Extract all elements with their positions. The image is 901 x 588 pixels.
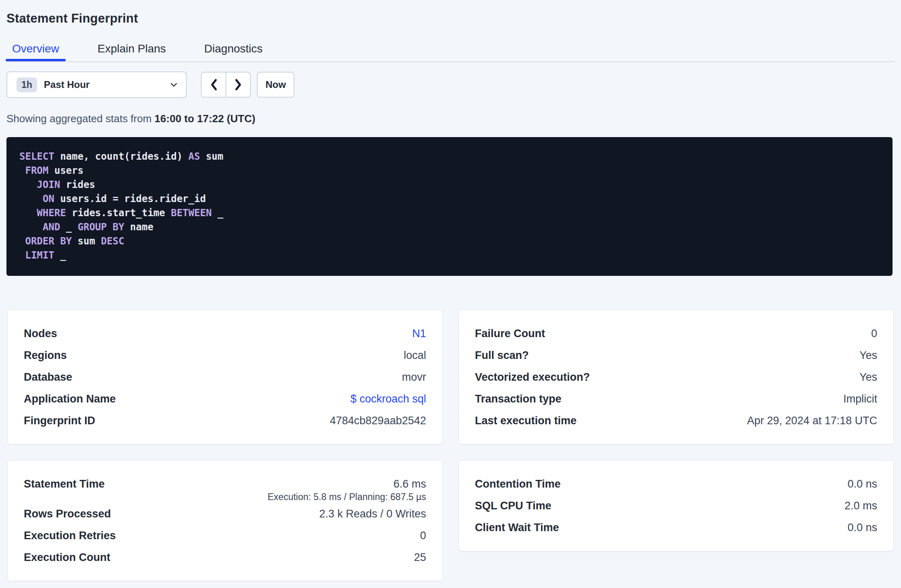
- stat-value-link[interactable]: $ cockroach sql: [350, 393, 426, 405]
- page-title: Statement Fingerprint: [6, 0, 895, 25]
- stat-subvalue: Execution: 5.8 ms / Planning: 687.5 µs: [24, 492, 426, 503]
- stats-prefix: Showing aggregated stats from: [6, 113, 152, 125]
- stat-label: Vectorized execution?: [475, 371, 590, 384]
- stat-value: 6.6 ms: [393, 478, 426, 490]
- stat-label: Transaction type: [475, 393, 562, 405]
- summary-cards: NodesN1RegionslocalDatabasemovrApplicati…: [6, 310, 895, 581]
- tab-overview[interactable]: Overview: [11, 43, 60, 61]
- stat-label: Contention Time: [475, 478, 561, 490]
- statement-details-card: NodesN1RegionslocalDatabasemovrApplicati…: [7, 310, 443, 444]
- stat-value: Apr 29, 2024 at 17:18 UTC: [747, 415, 877, 427]
- stat-row: Regionslocal: [24, 344, 426, 366]
- statement-times-card: Statement Time6.6 msExecution: 5.8 ms / …: [7, 460, 443, 581]
- stat-label: Database: [24, 371, 72, 384]
- stat-row: Vectorized execution?Yes: [475, 366, 878, 388]
- chevron-down-icon: [169, 80, 179, 90]
- stat-label: Rows Processed: [24, 508, 111, 520]
- stat-value: Yes: [859, 349, 877, 362]
- stat-row: NodesN1: [24, 323, 426, 344]
- stat-value: 25: [414, 551, 426, 564]
- next-interval-button[interactable]: [225, 73, 250, 97]
- stat-value: 0.0 ns: [847, 478, 877, 490]
- stat-row: Contention Time0.0 ns: [475, 473, 878, 495]
- stat-label: Execution Count: [24, 551, 111, 564]
- interval-label: Past Hour: [44, 79, 169, 90]
- stat-value: 0: [871, 327, 877, 340]
- stat-row: Application Name$ cockroach sql: [24, 388, 426, 410]
- stat-value: 0: [420, 530, 426, 542]
- now-button[interactable]: Now: [257, 72, 294, 98]
- stat-label: Application Name: [24, 393, 116, 405]
- stat-label: Execution Retries: [24, 530, 116, 542]
- interval-nav: [201, 72, 251, 98]
- stat-row: Execution Count25: [24, 546, 426, 568]
- stat-label: SQL CPU Time: [475, 500, 552, 512]
- stat-value: 2.3 k Reads / 0 Writes: [319, 508, 426, 520]
- stat-row: Failure Count0: [475, 323, 878, 344]
- stat-value: 2.0 ms: [845, 500, 877, 512]
- stat-row: Execution Retries0: [24, 525, 426, 546]
- stat-label: Client Wait Time: [475, 521, 559, 534]
- tab-list: OverviewExplain PlansDiagnostics: [6, 43, 895, 61]
- stat-row: Rows Processed2.3 k Reads / 0 Writes: [24, 503, 426, 525]
- sql-statement: SELECT name, count(rides.id) AS sum FROM…: [6, 137, 893, 276]
- stat-row: Transaction typeImplicit: [475, 388, 878, 410]
- stat-value: 0.0 ns: [847, 521, 877, 534]
- stat-row: Fingerprint ID4784cb829aab2542: [24, 410, 426, 432]
- stat-label: Last execution time: [475, 415, 577, 427]
- chevron-left-icon: [209, 78, 218, 91]
- time-interval-select[interactable]: 1h Past Hour: [6, 71, 187, 98]
- stat-value: Implicit: [843, 393, 877, 405]
- stat-value: movr: [402, 371, 426, 384]
- interval-badge: 1h: [17, 77, 37, 92]
- stat-row: Client Wait Time0.0 ns: [475, 517, 878, 538]
- time-controls: 1h Past Hour Now: [6, 71, 895, 98]
- tab-bar: OverviewExplain PlansDiagnostics: [6, 43, 895, 62]
- statement-fingerprint-page: Statement Fingerprint OverviewExplain Pl…: [0, 0, 901, 581]
- stat-row: SQL CPU Time2.0 ms: [475, 495, 878, 517]
- stat-row: Last execution timeApr 29, 2024 at 17:18…: [475, 410, 878, 432]
- stat-label: Full scan?: [475, 349, 529, 362]
- stat-value: local: [404, 349, 426, 362]
- stat-value: 4784cb829aab2542: [330, 415, 426, 427]
- tab-explain-plans[interactable]: Explain Plans: [97, 43, 167, 61]
- aggregated-stats-line: Showing aggregated stats from 16:00 to 1…: [6, 113, 895, 125]
- stat-label: Failure Count: [475, 327, 545, 340]
- stats-range: 16:00 to 17:22 (UTC): [154, 113, 255, 125]
- execution-attributes-card: Failure Count0Full scan?YesVectorized ex…: [459, 310, 894, 444]
- prev-interval-button[interactable]: [202, 73, 225, 97]
- stat-label: Regions: [24, 349, 67, 362]
- stat-row: Databasemovr: [24, 366, 426, 388]
- stat-label: Fingerprint ID: [24, 415, 95, 427]
- stat-row: Full scan?Yes: [475, 344, 878, 366]
- stat-label: Statement Time: [24, 478, 105, 490]
- stat-value: Yes: [859, 371, 877, 384]
- chevron-right-icon: [234, 78, 243, 91]
- stat-label: Nodes: [24, 327, 57, 340]
- stat-value-link[interactable]: N1: [412, 327, 426, 340]
- tab-bar-rule: [6, 61, 895, 62]
- tab-diagnostics[interactable]: Diagnostics: [203, 43, 263, 61]
- wait-times-card: Contention Time0.0 nsSQL CPU Time2.0 msC…: [459, 460, 894, 551]
